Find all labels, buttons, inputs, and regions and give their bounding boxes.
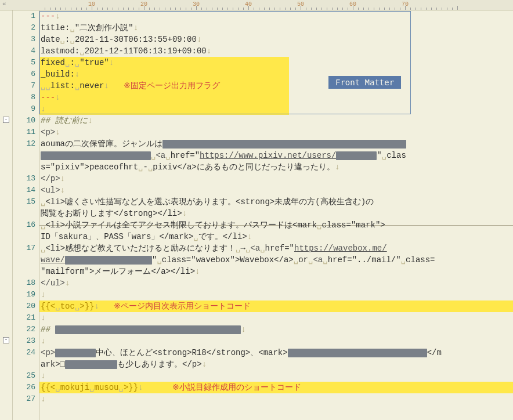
annotation-toc: ※ページ内目次表示用ショートコード	[114, 302, 251, 311]
line-number: 25	[13, 370, 35, 382]
line-number: 12	[13, 138, 35, 150]
line-number: 15	[13, 196, 35, 208]
code-line[interactable]: ## 読む前に↓	[39, 115, 513, 126]
line-number	[13, 266, 35, 277]
line-number: 2	[13, 22, 35, 34]
line-number: 20	[13, 300, 35, 312]
line-number: 11	[13, 126, 35, 138]
annotation-fixed-flag: ※固定ページ出力用フラグ	[124, 81, 220, 90]
line-number: 6	[13, 68, 35, 80]
code-line[interactable]: ↓	[39, 103, 513, 115]
line-number	[13, 208, 35, 219]
line-number: 18	[13, 277, 35, 289]
code-line[interactable]: ␣␣list:␣never↓ ※固定ページ出力用フラグ	[39, 80, 513, 92]
code-line[interactable]: </ul>↓	[39, 277, 513, 289]
code-line[interactable]: lastmod:␣2021-12-11T06:13:19+09:00↓	[39, 45, 513, 57]
code-line[interactable]: ↓	[39, 335, 513, 347]
code-line[interactable]: ark>□も少しあります。</p>↓	[39, 359, 513, 370]
code-line[interactable]: <p>↓	[39, 126, 513, 138]
line-number: 10	[13, 115, 35, 126]
line-number: 8	[13, 92, 35, 103]
code-line[interactable]: 閲覧をお断りします</strong></li>↓	[39, 208, 513, 219]
line-number: 1	[13, 10, 35, 22]
code-line[interactable]: ↓	[39, 393, 513, 405]
code-text-area[interactable]: Front Matter ---↓ title:␣"二次創作小説"↓ date␣…	[39, 10, 513, 420]
line-number	[13, 161, 35, 173]
line-number: 22	[13, 324, 35, 335]
code-line[interactable]: ---↓	[39, 92, 513, 103]
fold-marker[interactable]: -	[3, 337, 9, 343]
line-number: 4	[13, 45, 35, 57]
line-number: 7	[13, 80, 35, 92]
front-matter-badge: Front Matter	[328, 76, 401, 89]
fold-column: - -	[0, 10, 13, 420]
line-number: 9	[13, 103, 35, 115]
code-line[interactable]: date␣:␣2021-11-30T06:13:55+09:00↓	[39, 34, 513, 45]
line-number-gutter: 1234567891011121314151617181920212223242…	[13, 10, 39, 420]
line-number: 23	[13, 335, 35, 347]
line-number: 21	[13, 312, 35, 324]
line-number	[13, 405, 35, 417]
code-line[interactable]: ␣<li>小説ファイルは全てアクセス制限しております。パスワードは<mark␣c…	[39, 219, 513, 231]
code-line[interactable]: ---↓	[39, 10, 513, 22]
code-line[interactable]: ↓	[39, 312, 513, 324]
code-line[interactable]: ␣<li>嘘くさい性描写など人を選ぶ表現があります。<strong>未成年の方(…	[39, 196, 513, 208]
code-line[interactable]: ␣<a␣href="https://www.pixiv.net/users/"␣…	[39, 150, 513, 161]
line-number: 27	[13, 393, 35, 405]
code-line[interactable]: wave/"␣class="wavebox">Wavebox</a>␣or␣<a…	[39, 254, 513, 266]
code-line[interactable]: fixed␣:␣"true"↓	[39, 57, 513, 68]
code-line[interactable]: {{<␣mokuji␣musou␣>}}↓ ※小説目録作成用のショートコード	[39, 382, 513, 393]
line-number	[13, 231, 35, 242]
line-number: 13	[13, 173, 35, 184]
ruler-back-icon: «	[2, 1, 6, 8]
line-number: 14	[13, 184, 35, 196]
ruler: « 10203040506070	[0, 0, 513, 10]
code-line[interactable]: s="pixiv">peaceofhrt␣-␣pixiv</a>にあるものと同じ…	[39, 161, 513, 173]
code-line[interactable]: ## ↓	[39, 324, 513, 335]
line-number	[13, 150, 35, 161]
code-line[interactable]: aoumaの二次保管庫。ジャンルは	[39, 138, 513, 150]
line-number: 24	[13, 347, 35, 359]
code-line[interactable]: </p>↓	[39, 173, 513, 184]
code-line[interactable]: <p>中心、ほとんど<strong>R18</strong>、<mark></m	[39, 347, 513, 359]
line-number: 16	[13, 219, 35, 231]
line-number	[13, 254, 35, 266]
line-number: 26	[13, 382, 35, 393]
code-line[interactable]: ↓	[39, 370, 513, 382]
code-line[interactable]: ␣<li>感想など教えていただけると励みになります！␣→␣<a␣href="ht…	[39, 242, 513, 254]
code-line[interactable]: ID「sakura」、PASS「wars」</mark>␣です。</li>↓	[39, 231, 513, 242]
line-number: 17	[13, 242, 35, 254]
code-line[interactable]: _build:↓	[39, 68, 513, 80]
line-number: 3	[13, 34, 35, 45]
code-line[interactable]: title:␣"二次創作小説"↓	[39, 22, 513, 34]
code-line[interactable]: ↓	[39, 289, 513, 300]
code-line[interactable]: {{<␣toc␣>}}↓ ※ページ内目次表示用ショートコード	[39, 300, 513, 312]
line-number	[13, 359, 35, 370]
line-number: 5	[13, 57, 35, 68]
line-number: 19	[13, 289, 35, 300]
code-line[interactable]: <ul>↓	[39, 184, 513, 196]
annotation-mokuji: ※小説目録作成用のショートコード	[172, 383, 301, 392]
fold-marker[interactable]: -	[3, 117, 9, 123]
code-line[interactable]: "mailform">メールフォーム</a></li>↓	[39, 266, 513, 277]
